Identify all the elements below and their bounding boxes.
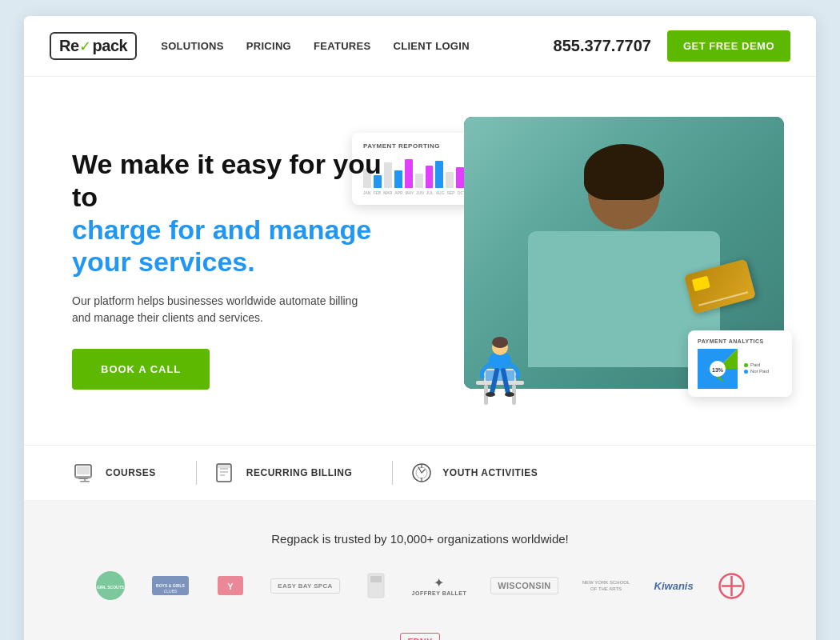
svg-rect-15 — [77, 466, 90, 474]
svg-text:Y: Y — [228, 582, 234, 591]
youth-icon — [409, 460, 434, 486]
logo-wisconsin: WISCONSIN — [490, 570, 558, 602]
legend-paid: Paid — [744, 362, 769, 367]
logo[interactable]: Re ✓ pack — [50, 32, 137, 60]
hero-left: We make it easy for you to charge for an… — [72, 148, 424, 390]
svg-text:CLUBS: CLUBS — [164, 589, 178, 594]
chart-label: SEP — [447, 190, 455, 195]
payment-analytics-card: PAYMENT ANALYTICS 13% Paid — [688, 330, 792, 397]
logo-girl-scouts: GIRL SCOUTS — [94, 570, 126, 602]
not-paid-dot — [744, 370, 748, 374]
chart-bar — [426, 166, 434, 188]
logo-generic — [364, 570, 388, 602]
svg-point-12 — [486, 392, 495, 397]
logo-text: Re — [59, 37, 79, 55]
analytics-content: 13% Paid Not Paid — [698, 349, 782, 389]
chart-label: AUG — [436, 190, 445, 195]
feature-courses[interactable]: COURSES — [72, 460, 180, 486]
billing-icon — [213, 460, 238, 486]
hero-title-blue: charge for and manage your services. — [72, 214, 424, 279]
chart-bar — [456, 167, 464, 188]
logo-joffrey: ✦ JOFFREY BALLET — [412, 570, 467, 602]
svg-rect-8 — [486, 370, 514, 381]
nav-solutions[interactable]: SOLUTIONS — [161, 40, 224, 52]
analytics-title: PAYMENT ANALYTICS — [698, 338, 782, 344]
svg-rect-37 — [370, 576, 382, 582]
logo-text2: pack — [93, 37, 128, 55]
logo-kiwanis: Kiwanis — [654, 570, 694, 602]
hero-title-prefix: to — [72, 182, 98, 212]
feature-recurring-billing[interactable]: RECURRING BILLING — [213, 460, 377, 486]
courses-icon — [72, 460, 98, 486]
analytics-legend: Paid Not Paid — [744, 362, 769, 375]
svg-rect-17 — [78, 478, 88, 479]
svg-rect-16 — [75, 476, 91, 478]
svg-rect-24 — [218, 465, 230, 468]
courses-label: COURSES — [106, 467, 156, 478]
book-call-button[interactable]: BOOK A CALL — [72, 349, 210, 390]
features-strip: COURSES RECURRING BILLING — [24, 445, 816, 500]
paid-label: Paid — [750, 362, 760, 367]
hero-section: We make it easy for you to charge for an… — [24, 77, 816, 445]
phone-number: 855.377.7707 — [554, 37, 651, 55]
logo-area: Re ✓ pack — [50, 32, 137, 60]
trusted-title: Regpack is trusted by 10,000+ organizati… — [72, 532, 768, 546]
legend-not-paid: Not Paid — [744, 369, 769, 374]
svg-point-13 — [505, 392, 514, 397]
header: Re ✓ pack SOLUTIONS PRICING FEATURES CLI… — [24, 16, 816, 77]
floating-illustration — [468, 325, 532, 413]
nav-features[interactable]: FEATURES — [314, 40, 371, 52]
chart-bar — [446, 172, 454, 188]
svg-point-11 — [492, 337, 508, 348]
chart-label: JUL — [426, 190, 434, 195]
get-demo-button[interactable]: GET FREE DEMO — [667, 30, 790, 62]
feature-divider-1 — [196, 461, 197, 485]
youth-label: YOUTH ACTIVITIES — [442, 467, 538, 478]
svg-text:BOYS & GIRLS: BOYS & GIRLS — [156, 583, 186, 588]
chart-bar — [435, 161, 443, 188]
hero-title: We make it easy for you to charge for an… — [72, 148, 424, 278]
not-paid-label: Not Paid — [750, 369, 769, 374]
hero-right: PAYMENT REPORTING JAN — [424, 117, 784, 421]
trusted-section: Regpack is trusted by 10,000+ organizati… — [24, 500, 816, 640]
feature-youth-activities[interactable]: YOUTH ACTIVITIES — [409, 460, 562, 486]
billing-label: RECURRING BILLING — [246, 467, 353, 478]
nav-pricing[interactable]: PRICING — [246, 40, 291, 52]
svg-text:GIRL SCOUTS: GIRL SCOUTS — [97, 585, 125, 590]
page-wrapper: Re ✓ pack SOLUTIONS PRICING FEATURES CLI… — [24, 16, 816, 640]
logo-checkmark: ✓ — [79, 38, 91, 55]
logo-ymca: Y — [214, 570, 246, 602]
hero-title-black: We make it easy for you — [72, 149, 382, 179]
logo-salvation-army — [718, 570, 746, 602]
pie-chart: 13% — [698, 349, 738, 389]
hero-subtitle: Our platform helps businesses worldwide … — [72, 293, 376, 326]
feature-divider-2 — [392, 461, 393, 485]
logo-fdny: FDNY — [400, 626, 439, 640]
header-right: 855.377.7707 GET FREE DEMO — [554, 30, 790, 62]
logo-spca: EASY BAY SPCA — [270, 570, 339, 602]
paid-dot — [744, 363, 748, 367]
logos-row-1: GIRL SCOUTS BOYS & GIRLSCLUBS Y EASY BAY… — [72, 570, 768, 640]
svg-rect-19 — [80, 481, 90, 482]
logo-boys-girls: BOYS & GIRLSCLUBS — [150, 570, 190, 602]
main-nav: SOLUTIONS PRICING FEATURES CLIENT LOGIN — [161, 40, 553, 52]
logo-ny-arts: NEW YORK SCHOOL OF THE ARTS — [582, 570, 630, 602]
svg-text:13%: 13% — [712, 367, 724, 373]
nav-client-login[interactable]: CLIENT LOGIN — [394, 40, 470, 52]
